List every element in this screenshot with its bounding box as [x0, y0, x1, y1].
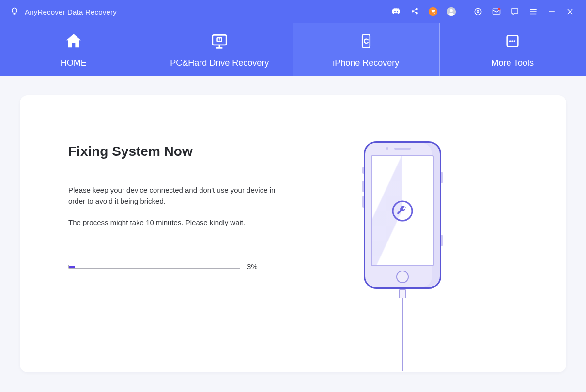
svg-point-12: [509, 40, 511, 42]
phone-side-button: [441, 235, 443, 246]
svg-point-14: [514, 40, 516, 42]
svg-point-6: [498, 8, 500, 11]
svg-point-2: [450, 9, 453, 12]
left-column: Fixing System Now Please keep your devic…: [68, 144, 281, 238]
tab-more-tools[interactable]: More Tools: [440, 23, 586, 76]
tab-home-label: HOME: [61, 58, 87, 68]
tab-iphone-recovery-label: iPhone Recovery: [333, 58, 399, 68]
svg-point-4: [477, 11, 479, 13]
phone-illustration: [339, 141, 465, 371]
home-icon: [63, 31, 84, 51]
app-logo-icon: [9, 6, 20, 17]
titlebar-separator: [463, 7, 463, 16]
tab-home[interactable]: HOME: [0, 23, 147, 76]
phone-side-button: [441, 172, 443, 183]
discord-icon[interactable]: [389, 5, 403, 18]
svg-rect-10: [362, 34, 370, 47]
phone-cable: [402, 289, 403, 371]
progress-fill: [69, 266, 75, 268]
cart-icon[interactable]: [426, 5, 440, 18]
progress-row: 3%: [68, 262, 258, 271]
more-tools-icon: [502, 31, 523, 51]
close-icon[interactable]: [563, 5, 577, 18]
titlebar: AnyRecover Data Recovery: [0, 0, 586, 23]
nav-tabs: HOME PC&Hard Drive Recovery iPhone Recov…: [0, 23, 586, 76]
page-heading: Fixing System Now: [68, 144, 281, 159]
phone-home-button: [396, 271, 409, 283]
phone-speaker: [394, 148, 411, 150]
progress-bar: [68, 265, 240, 269]
tab-pc-recovery-label: PC&Hard Drive Recovery: [170, 58, 269, 68]
svg-point-13: [511, 40, 513, 42]
phone-camera-dot: [386, 147, 388, 150]
monitor-icon: [209, 31, 230, 51]
settings-icon[interactable]: [471, 5, 485, 18]
tab-iphone-recovery[interactable]: iPhone Recovery: [293, 23, 440, 76]
phone-side-button: [362, 181, 364, 192]
svg-point-9: [219, 38, 220, 39]
mail-icon[interactable]: [490, 5, 503, 18]
wrench-icon: [392, 200, 413, 222]
feedback-icon[interactable]: [508, 5, 522, 18]
phone-side-button: [362, 196, 364, 208]
phone-refresh-icon: [356, 31, 376, 51]
phone-cable-plug: [399, 289, 406, 298]
phone-side-button: [362, 167, 364, 174]
instruction-text-2: The process might take 10 minutes. Pleas…: [68, 217, 281, 228]
tab-more-tools-label: More Tools: [491, 58, 534, 68]
menu-icon[interactable]: [526, 5, 540, 18]
progress-percent-label: 3%: [247, 262, 258, 271]
app-title: AnyRecover Data Recovery: [25, 8, 117, 16]
share-icon[interactable]: [408, 5, 421, 18]
account-icon[interactable]: [445, 5, 458, 18]
tab-pc-recovery[interactable]: PC&Hard Drive Recovery: [147, 23, 293, 76]
phone-screen: [371, 155, 434, 266]
svg-point-3: [475, 8, 481, 15]
instruction-text-1: Please keep your device connected and do…: [68, 184, 281, 207]
content-area: Fixing System Now Please keep your devic…: [0, 76, 586, 392]
phone-body: [364, 141, 441, 289]
main-card: Fixing System Now Please keep your devic…: [20, 95, 566, 372]
app-window: AnyRecover Data Recovery: [0, 0, 586, 392]
minimize-icon[interactable]: [545, 5, 558, 18]
